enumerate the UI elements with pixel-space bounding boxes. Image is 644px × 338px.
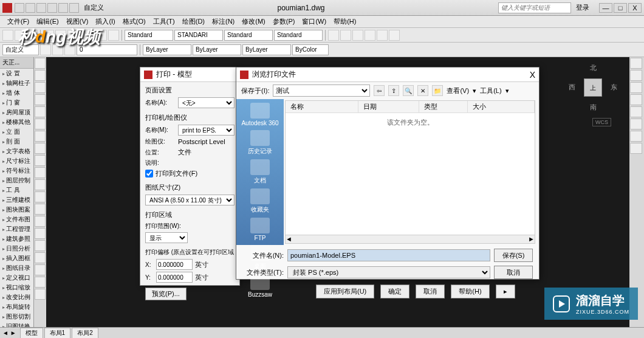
- print-to-file-checkbox[interactable]: [145, 170, 153, 178]
- left-panel-item[interactable]: 轴网柱子: [0, 78, 33, 88]
- menu-modify[interactable]: 修改(M): [238, 16, 269, 27]
- tool-offset-icon[interactable]: [35, 264, 46, 275]
- viewcube-top[interactable]: 上: [584, 78, 602, 97]
- col-date[interactable]: 日期: [358, 101, 419, 112]
- left-panel-item[interactable]: 门 窗: [0, 98, 33, 108]
- rtool-icon[interactable]: [630, 106, 642, 117]
- left-panel-item[interactable]: 立 面: [0, 127, 33, 137]
- qat-redo-icon[interactable]: [58, 3, 68, 13]
- close-button[interactable]: X: [628, 3, 642, 13]
- left-panel-item[interactable]: 图形切割: [0, 312, 33, 322]
- places-item[interactable]: FTP: [239, 216, 281, 243]
- bycolor-combo[interactable]: ByColor: [292, 44, 329, 55]
- style-combo-2[interactable]: STANDARI: [174, 30, 223, 41]
- left-panel-item[interactable]: 布局旋转: [0, 302, 33, 312]
- tool-arc-icon[interactable]: [35, 82, 46, 93]
- tb-misc-icon[interactable]: [365, 30, 375, 41]
- left-panel-item[interactable]: 工 具: [0, 185, 33, 195]
- places-item[interactable]: 历史记录: [239, 129, 281, 157]
- qat-print-icon[interactable]: [69, 3, 79, 13]
- col-name[interactable]: 名称: [286, 101, 358, 112]
- tool-hatch-icon[interactable]: [35, 119, 46, 129]
- tool-trim-icon[interactable]: [35, 204, 46, 215]
- tab-layout1[interactable]: 布局1: [44, 328, 71, 339]
- view-menu[interactable]: 查看(V): [447, 86, 469, 95]
- tab-model[interactable]: 模型: [20, 328, 43, 339]
- left-panel-item[interactable]: 楼梯其他: [0, 117, 33, 127]
- tb-misc-icon[interactable]: [389, 30, 400, 41]
- browse-dialog-title-bar[interactable]: 浏览打印文件 X: [236, 67, 539, 82]
- viewcube-north[interactable]: 北: [590, 63, 597, 72]
- qat-open-icon[interactable]: [26, 3, 35, 13]
- style-combo-1[interactable]: Standard: [125, 30, 173, 41]
- rtool-icon[interactable]: [630, 119, 642, 129]
- tb-misc-icon[interactable]: [340, 30, 351, 41]
- style-combo-4[interactable]: Standard: [274, 30, 323, 41]
- menu-window[interactable]: 窗口(W): [298, 16, 330, 27]
- left-panel-item[interactable]: 三维建模: [0, 195, 33, 205]
- bylayer-combo-2[interactable]: ByLayer: [193, 44, 241, 55]
- filetype-select[interactable]: 封装 PS (*.eps): [287, 266, 490, 278]
- menu-tools[interactable]: 工具(T): [149, 16, 179, 27]
- offset-x-input[interactable]: [156, 259, 193, 270]
- tool-dim-icon[interactable]: [35, 143, 46, 154]
- left-panel-item[interactable]: 日照分析: [0, 244, 33, 254]
- menu-parametric[interactable]: 参数(P): [269, 16, 299, 27]
- ok-button[interactable]: 确定: [380, 285, 409, 298]
- tool-circle-icon[interactable]: [35, 70, 46, 81]
- tools-menu[interactable]: 工具(L): [480, 86, 501, 95]
- left-panel-item[interactable]: 工程管理: [0, 224, 33, 234]
- menu-help[interactable]: 帮助(H): [330, 16, 360, 27]
- left-panel-item[interactable]: 符号标注: [0, 166, 33, 176]
- left-panel-item[interactable]: 墙 体: [0, 88, 33, 98]
- tool-copy-icon[interactable]: [35, 167, 46, 178]
- qat-undo-icon[interactable]: [47, 3, 57, 13]
- tool-text-icon[interactable]: [35, 131, 46, 142]
- tool-explode-icon[interactable]: [35, 289, 46, 300]
- bylayer-combo-3[interactable]: ByLayer: [242, 44, 291, 55]
- left-panel-item[interactable]: 旧图转换: [0, 322, 33, 327]
- search-icon[interactable]: 🔍: [403, 85, 414, 96]
- preview-button[interactable]: 预览(P)...: [145, 288, 187, 300]
- qat-new-icon[interactable]: [15, 3, 24, 13]
- expand-button[interactable]: ▸: [496, 285, 515, 298]
- tool-extend-icon[interactable]: [35, 216, 46, 227]
- left-panel-item[interactable]: 图块图案: [0, 205, 33, 215]
- rtool-icon[interactable]: [630, 82, 642, 93]
- left-panel-item[interactable]: 建筑参照: [0, 234, 33, 244]
- left-panel-item[interactable]: 剖 面: [0, 137, 33, 147]
- left-panel-item[interactable]: 房间屋顶: [0, 108, 33, 117]
- qat-save-icon[interactable]: [36, 3, 46, 13]
- tb-misc-icon[interactable]: [352, 30, 363, 41]
- login-link[interactable]: 登录: [576, 3, 589, 12]
- apply-layout-button[interactable]: 应用到布局(U): [316, 285, 374, 298]
- tool-mirror-icon[interactable]: [35, 240, 46, 251]
- tb-new-icon[interactable]: [2, 30, 13, 41]
- printer-select[interactable]: print to EPS.: [178, 125, 235, 136]
- rtool-icon[interactable]: [630, 58, 642, 69]
- menu-dimension[interactable]: 标注(N): [208, 16, 238, 27]
- viewcube-west[interactable]: 西: [569, 83, 575, 92]
- places-item[interactable]: 收藏夹: [239, 187, 281, 215]
- viewcube-east[interactable]: 东: [611, 83, 617, 92]
- left-panel-item[interactable]: 尺寸标注: [0, 156, 33, 166]
- style-combo-3[interactable]: Standard: [224, 30, 273, 41]
- tool-scale-icon[interactable]: [35, 191, 46, 202]
- print-dialog-title[interactable]: 打印 - 模型: [140, 67, 239, 82]
- col-size[interactable]: 大小: [468, 101, 535, 112]
- paper-size-select[interactable]: ANSI A (8.50 x 11.00 英寸): [145, 195, 235, 205]
- custom-label[interactable]: 自定义: [84, 3, 104, 12]
- places-item[interactable]: Autodesk 360: [239, 102, 281, 128]
- delete-icon[interactable]: ✕: [417, 85, 428, 96]
- cancel-button[interactable]: 取消: [494, 266, 533, 279]
- menu-format[interactable]: 格式(O): [119, 16, 149, 27]
- viewcube-south[interactable]: 南: [590, 103, 597, 112]
- page-setup-select[interactable]: <无>: [178, 97, 235, 108]
- left-panel-item[interactable]: 插入图框: [0, 254, 33, 263]
- tab-layout2[interactable]: 布局2: [72, 328, 98, 339]
- rtool-icon[interactable]: [630, 131, 642, 142]
- rtool-icon[interactable]: [630, 94, 642, 105]
- left-panel-item[interactable]: 图层控制: [0, 176, 33, 185]
- tool-rect-icon[interactable]: [35, 94, 46, 105]
- left-panel-item[interactable]: 文件布图: [0, 215, 33, 224]
